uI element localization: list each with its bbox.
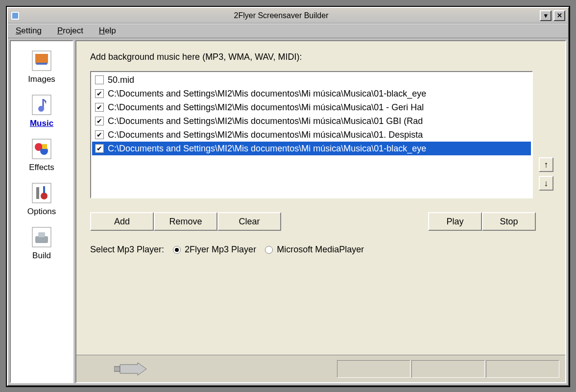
svg-point-6 [38, 106, 44, 112]
menu-project[interactable]: Project [57, 26, 83, 36]
svg-rect-14 [43, 186, 45, 193]
build-icon [30, 225, 53, 249]
checkbox-icon[interactable] [95, 75, 104, 84]
list-item[interactable]: ✔ C:\Documents and Settings\MI2\Mis docu… [92, 87, 531, 100]
status-cell [411, 360, 485, 378]
checkbox-icon[interactable]: ✔ [95, 117, 104, 125]
app-icon [11, 11, 20, 20]
images-icon [30, 49, 53, 73]
svg-rect-3 [35, 54, 48, 64]
sidebar-item-options[interactable]: Options [11, 178, 72, 221]
radio-label: Microsoft MediaPlayer [277, 245, 364, 255]
list-item-label: C:\Documents and Settings\MI2\Mis docume… [108, 116, 423, 126]
player-label: Select Mp3 Player: [90, 245, 164, 255]
radio-ms-player[interactable]: Microsoft MediaPlayer [265, 245, 364, 255]
radio-2flyer-player[interactable]: 2Flyer Mp3 Player [173, 245, 256, 255]
checkbox-icon[interactable]: ✔ [95, 89, 104, 98]
sidebar-item-images[interactable]: Images [11, 46, 72, 89]
titlebar: 2Flyer Screensaver Builder ▾ ✕ [8, 8, 568, 24]
list-item-label: C:\Documents and Settings\MI2\Mis docume… [108, 144, 426, 154]
svg-rect-4 [36, 63, 47, 65]
sidebar-item-music[interactable]: Music [11, 90, 72, 133]
sidebar-item-build[interactable]: Build [11, 222, 72, 266]
statusbar [76, 355, 565, 382]
stop-button[interactable]: Stop [482, 212, 536, 231]
svg-rect-5 [32, 95, 51, 115]
sidebar-item-label: Effects [11, 163, 72, 172]
file-list[interactable]: 50.mid ✔ C:\Documents and Settings\MI2\M… [90, 71, 533, 198]
effects-icon [30, 137, 53, 161]
svg-marker-19 [120, 363, 146, 375]
menu-setting[interactable]: Setting [16, 26, 42, 36]
svg-rect-10 [42, 144, 47, 149]
sidebar-item-label: Options [11, 207, 72, 217]
play-button[interactable]: Play [428, 212, 482, 231]
list-item[interactable]: ✔ C:\Documents and Settings\MI2\Mis docu… [92, 100, 531, 114]
move-up-button[interactable]: ↑ [539, 157, 553, 172]
svg-rect-12 [36, 187, 39, 199]
svg-rect-16 [35, 236, 48, 243]
radio-icon [173, 246, 181, 254]
options-icon [30, 181, 53, 205]
svg-rect-1 [12, 13, 18, 19]
radio-label: 2Flyer Mp3 Player [185, 245, 256, 255]
radio-icon [265, 246, 273, 254]
sidebar-item-label: Build [11, 251, 72, 261]
add-button[interactable]: Add [90, 212, 154, 231]
app-window: 2Flyer Screensaver Builder ▾ ✕ Setting P… [7, 7, 569, 386]
sidebar: Images Music Effects Options [10, 40, 73, 383]
arrow-down-icon: ↓ [544, 178, 549, 189]
window-title: 2Flyer Screensaver Builder [23, 11, 540, 20]
main-panel: Add background music here (MP3, WMA, WAV… [75, 40, 566, 383]
checkbox-icon[interactable]: ✔ [95, 144, 104, 153]
sidebar-item-effects[interactable]: Effects [11, 134, 72, 177]
arrow-up-icon: ↑ [544, 160, 549, 170]
list-item-label: C:\Documents and Settings\MI2\Mis docume… [108, 89, 426, 99]
checkbox-icon[interactable]: ✔ [95, 130, 104, 139]
move-down-button[interactable]: ↓ [539, 176, 553, 191]
list-item[interactable]: 50.mid [92, 73, 531, 87]
sidebar-item-label: Music [11, 119, 72, 128]
music-icon [30, 93, 53, 117]
section-label: Add background music here (MP3, WMA, WAV… [90, 52, 554, 62]
close-button[interactable]: ✕ [553, 10, 565, 21]
list-item-label: 50.mid [108, 75, 134, 85]
list-item[interactable]: ✔ C:\Documents and Settings\MI2\Mis docu… [92, 114, 531, 128]
next-arrow-icon [112, 362, 151, 376]
status-cell [486, 360, 559, 378]
svg-rect-17 [38, 232, 45, 237]
list-item-label: C:\Documents and Settings\MI2\Mis docume… [108, 102, 424, 113]
list-item-label: C:\Documents and Settings\MI2\Mis docume… [108, 130, 423, 140]
remove-button[interactable]: Remove [154, 212, 217, 231]
list-item[interactable]: ✔ C:\Documents and Settings\MI2\Mis docu… [92, 128, 531, 142]
menubar: Setting Project Help [8, 24, 568, 38]
clear-button[interactable]: Clear [217, 212, 281, 231]
menu-help[interactable]: Help [99, 26, 116, 36]
status-cell [337, 360, 410, 378]
list-item[interactable]: ✔ C:\Documents and Settings\MI2\Mis docu… [92, 142, 531, 155]
checkbox-icon[interactable]: ✔ [95, 103, 104, 112]
sidebar-item-label: Images [11, 74, 72, 84]
svg-rect-18 [114, 367, 120, 371]
svg-rect-11 [32, 183, 51, 203]
minimize-button[interactable]: ▾ [540, 10, 552, 21]
svg-point-13 [41, 193, 48, 199]
